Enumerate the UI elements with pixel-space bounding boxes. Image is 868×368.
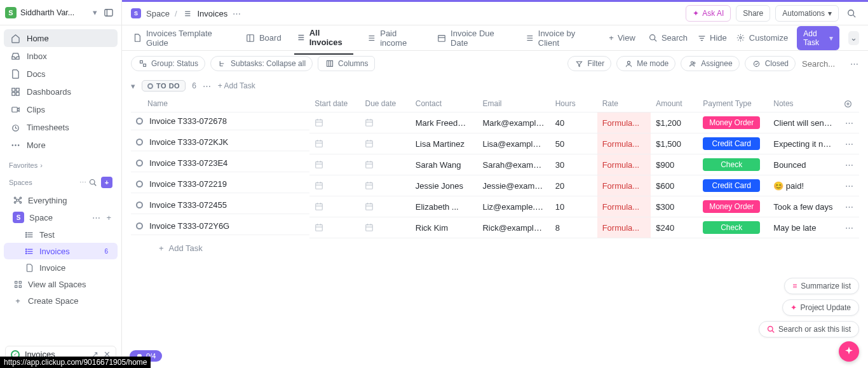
cell-amount[interactable]: $300 <box>651 196 698 217</box>
space-add-icon[interactable]: + <box>106 213 111 222</box>
cell-start[interactable] <box>309 175 360 196</box>
col-add[interactable] <box>839 95 859 112</box>
view-paid[interactable]: Paid income <box>365 22 424 54</box>
view-guide[interactable]: Invoices Template Guide <box>131 22 233 54</box>
cell-due[interactable] <box>360 133 410 154</box>
cell-rate[interactable]: Formula... <box>597 196 651 217</box>
table-row[interactable]: Invoice T333-0723E4Sarah WangSarah@examp… <box>131 154 859 175</box>
cell-notes[interactable]: Bounced <box>768 154 839 175</box>
chip-assignee[interactable]: Assignee <box>681 56 739 71</box>
space-icon[interactable]: S <box>131 8 141 18</box>
sidebar-list-test[interactable]: Test <box>4 226 118 243</box>
cell-rate[interactable]: Formula... <box>597 133 651 154</box>
nav-timesheets[interactable]: Timesheets <box>4 118 118 136</box>
row-more-icon[interactable]: ⋯ <box>839 133 859 154</box>
view-all-invoices[interactable]: All Invoices <box>294 22 354 55</box>
view-by-client[interactable]: Invoice by Client <box>523 22 597 54</box>
sidebar-doc-invoice[interactable]: Invoice <box>4 259 118 276</box>
cell-rate[interactable]: Formula... <box>597 112 651 133</box>
col-email[interactable]: Email <box>477 95 550 112</box>
sidebar-create-space[interactable]: + Create Space <box>4 292 118 309</box>
cell-contact[interactable]: Jessie Jones <box>410 175 478 196</box>
customize-button[interactable]: Customize <box>736 33 788 43</box>
cell-amount[interactable]: $900 <box>651 154 698 175</box>
cell-due[interactable] <box>360 175 410 196</box>
cell-name[interactable]: Invoice T333-072455 <box>131 196 309 214</box>
table-row[interactable]: Invoice T333-072455Elizabeth ...Liz@exam… <box>131 196 859 217</box>
cell-payment[interactable]: Money Order <box>698 196 768 217</box>
cell-contact[interactable]: Mark Freedman <box>410 112 478 133</box>
automations-button[interactable]: Automations ▾ <box>775 5 839 22</box>
chevron-down-icon[interactable]: ▾ <box>93 8 97 17</box>
status-circle-icon[interactable] <box>136 201 143 208</box>
cell-payment[interactable]: Credit Card <box>698 133 768 154</box>
sidebar-list-invoices[interactable]: Invoices 6 <box>4 243 118 259</box>
cell-payment[interactable]: Check <box>698 154 768 175</box>
cell-notes[interactable]: Client will send ... <box>768 112 839 133</box>
search-list-button[interactable]: Search or ask this list <box>759 321 859 337</box>
cell-payment[interactable]: Credit Card <box>698 175 768 196</box>
add-space-button[interactable]: + <box>101 177 112 188</box>
search-button[interactable]: Search <box>648 33 688 43</box>
sidebar-space[interactable]: S Space ⋯ + <box>4 208 118 226</box>
table-row[interactable]: Invoice T333-072Y6GRick KimRick@example.… <box>131 217 859 238</box>
cell-name[interactable]: Invoice T333-072KJK <box>131 133 309 151</box>
cell-amount[interactable]: $240 <box>651 217 698 238</box>
cell-notes[interactable]: Expecting it next... <box>768 133 839 154</box>
status-circle-icon[interactable] <box>136 118 143 125</box>
view-board[interactable]: Board <box>244 27 283 50</box>
nav-clips[interactable]: Clips <box>4 100 118 118</box>
ask-ai-button[interactable]: ✦ Ask AI <box>686 5 731 22</box>
cell-email[interactable]: Liz@example.com <box>477 196 550 217</box>
chip-group[interactable]: Group: Status <box>131 56 205 71</box>
cell-name[interactable]: Invoice T333-072219 <box>131 175 309 193</box>
cell-start[interactable] <box>309 133 360 154</box>
chip-closed[interactable]: Closed <box>745 56 796 71</box>
nav-more[interactable]: More <box>4 136 118 154</box>
expand-icon[interactable]: ⌄ <box>848 31 859 45</box>
chip-filter[interactable]: Filter <box>567 56 612 71</box>
space-more-icon[interactable]: ⋯ <box>92 213 101 222</box>
workspace-name[interactable]: Siddharth Var... <box>20 8 89 17</box>
col-payment[interactable]: Payment Type <box>698 95 768 112</box>
spaces-more-icon[interactable]: ⋯ <box>79 179 87 187</box>
col-notes[interactable]: Notes <box>768 95 839 112</box>
cell-contact[interactable]: Sarah Wang <box>410 154 478 175</box>
cell-contact[interactable]: Lisa Martinez <box>410 133 478 154</box>
cell-email[interactable]: Rick@example.com <box>477 217 550 238</box>
cell-hours[interactable]: 50 <box>550 133 597 154</box>
col-start[interactable]: Start date <box>309 95 360 112</box>
filters-more-icon[interactable]: ⋯ <box>850 59 859 69</box>
add-view[interactable]: + View <box>607 27 637 49</box>
breadcrumb-more-icon[interactable]: ⋯ <box>233 9 241 18</box>
table-row[interactable]: Invoice T333-072KJKLisa MartinezLisa@exa… <box>131 133 859 154</box>
cell-hours[interactable]: 8 <box>550 217 597 238</box>
ai-fab[interactable] <box>839 341 859 362</box>
cell-due[interactable] <box>360 112 410 133</box>
chip-me-mode[interactable]: Me mode <box>616 56 675 71</box>
cell-notes[interactable]: 😊 paid! <box>768 175 839 196</box>
row-more-icon[interactable]: ⋯ <box>839 154 859 175</box>
group-more-icon[interactable]: ⋯ <box>203 81 212 91</box>
sidebar-view-all-spaces[interactable]: View all Spaces <box>4 276 118 292</box>
group-add-task[interactable]: + Add Task <box>218 81 255 90</box>
expand-search-icon[interactable] <box>844 6 859 21</box>
nav-dashboards[interactable]: Dashboards <box>4 83 118 100</box>
cell-email[interactable]: Sarah@example.c... <box>477 154 550 175</box>
project-update-button[interactable]: ✦ Project Update <box>782 299 859 316</box>
breadcrumb-space[interactable]: Space <box>146 9 170 18</box>
cell-due[interactable] <box>360 217 410 238</box>
cell-amount[interactable]: $1,200 <box>651 112 698 133</box>
cell-contact[interactable]: Rick Kim <box>410 217 478 238</box>
cell-name[interactable]: Invoice T333-072Y6G <box>131 217 309 235</box>
collapse-caret-icon[interactable]: ▾ <box>131 81 135 91</box>
row-more-icon[interactable]: ⋯ <box>839 175 859 196</box>
cell-hours[interactable]: 10 <box>550 196 597 217</box>
hide-button[interactable]: Hide <box>696 33 727 43</box>
favorites-header[interactable]: Favorites › <box>0 158 121 173</box>
cell-rate[interactable]: Formula... <box>597 154 651 175</box>
cell-rate[interactable]: Formula... <box>597 217 651 238</box>
status-circle-icon[interactable] <box>136 139 143 146</box>
add-task-button[interactable]: Add Task ▾ <box>797 26 839 50</box>
cell-due[interactable] <box>360 196 410 217</box>
